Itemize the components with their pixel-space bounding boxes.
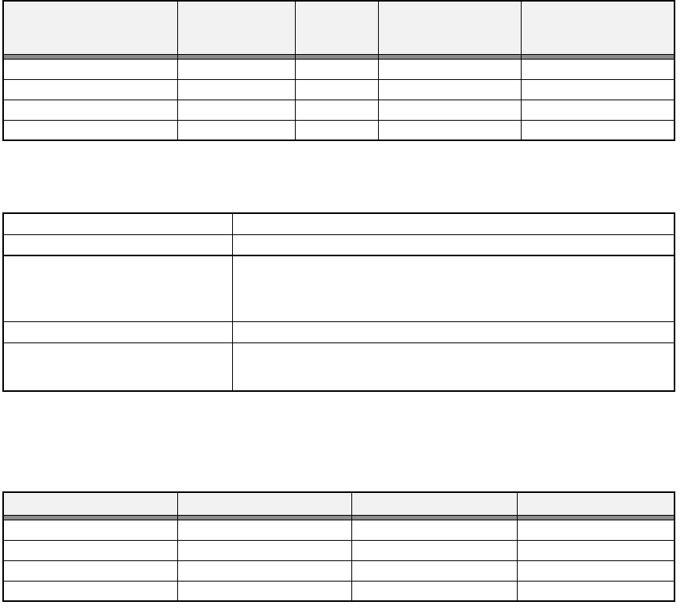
table-cell — [378, 100, 521, 120]
table-3-header-cell — [3, 492, 177, 515]
table-cell — [517, 540, 675, 560]
table-cell — [378, 120, 521, 140]
table-cell — [378, 59, 521, 79]
table-1 — [2, 0, 675, 141]
table-cell — [517, 520, 675, 540]
table-row — [3, 59, 675, 79]
table-cell — [521, 100, 675, 120]
table-cell — [3, 59, 177, 79]
table-cell — [3, 520, 177, 540]
table-cell — [232, 321, 675, 342]
table-row — [3, 321, 675, 342]
table-cell — [3, 342, 232, 391]
table-1-header-cell — [177, 1, 295, 54]
table-1-header-row — [3, 1, 675, 54]
table-cell — [3, 213, 232, 234]
table-3-header-cell — [351, 492, 517, 515]
table-row — [3, 255, 675, 321]
table-row — [3, 540, 675, 560]
table-cell — [3, 560, 177, 581]
table-cell — [3, 540, 177, 560]
table-cell — [517, 581, 675, 601]
table-cell — [295, 59, 378, 79]
table-cell — [3, 255, 232, 321]
table-cell — [351, 540, 517, 560]
table-cell — [517, 560, 675, 581]
table-row — [3, 100, 675, 120]
table-row — [3, 520, 675, 540]
table-3 — [2, 491, 675, 602]
table-3-header-cell — [517, 492, 675, 515]
table-cell — [521, 59, 675, 79]
table-3-header-cell — [177, 492, 351, 515]
page — [0, 0, 680, 616]
table-cell — [351, 520, 517, 540]
table-1-header-cell — [295, 1, 378, 54]
table-cell — [3, 79, 177, 100]
table-2 — [2, 212, 675, 392]
table-cell — [378, 79, 521, 100]
table-row — [3, 560, 675, 581]
table-cell — [232, 213, 675, 234]
table-cell — [351, 581, 517, 601]
table-cell — [177, 581, 351, 601]
table-row — [3, 120, 675, 140]
table-cell — [351, 560, 517, 581]
table-cell — [177, 100, 295, 120]
table-cell — [3, 581, 177, 601]
table-cell — [177, 59, 295, 79]
table-1-header-cell — [521, 1, 675, 54]
table-cell — [232, 255, 675, 321]
table-1-header-cell — [378, 1, 521, 54]
table-row — [3, 234, 675, 255]
table-row — [3, 213, 675, 234]
table-cell — [295, 79, 378, 100]
table-cell — [177, 79, 295, 100]
table-cell — [521, 79, 675, 100]
table-cell — [232, 234, 675, 255]
table-cell — [3, 120, 177, 140]
table-cell — [3, 234, 232, 255]
table-cell — [177, 120, 295, 140]
table-cell — [295, 100, 378, 120]
table-cell — [3, 100, 177, 120]
table-cell — [295, 120, 378, 140]
table-cell — [521, 120, 675, 140]
table-cell — [177, 560, 351, 581]
table-cell — [177, 540, 351, 560]
table-1-header-cell — [3, 1, 177, 54]
table-3-header-row — [3, 492, 675, 515]
table-cell — [3, 321, 232, 342]
table-cell — [177, 520, 351, 540]
table-row — [3, 79, 675, 100]
table-row — [3, 581, 675, 601]
table-row — [3, 342, 675, 391]
table-cell — [232, 342, 675, 391]
